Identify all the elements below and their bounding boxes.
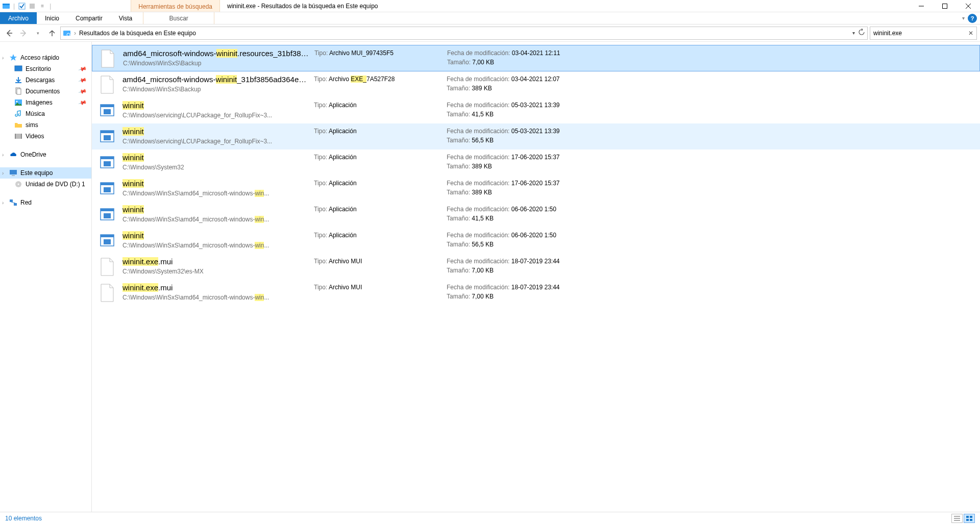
sidebar-label: sims [26,121,38,129]
chevron-right-icon[interactable]: › [2,152,4,158]
sidebar-label: Escritorio [26,65,51,72]
result-modified-date: Fecha de modificación: 06-06-2020 1:50 [447,231,980,240]
result-type: Tipo: Aplicación [314,179,447,188]
search-result-row[interactable]: wininitC:\Windows\servicing\LCU\Package_… [92,123,980,149]
result-path: C:\Windows\WinSxS\Backup [123,60,309,67]
result-type: Tipo: Archivo MUI [314,257,447,266]
dropdown-qat-icon[interactable] [28,2,36,10]
search-result-row[interactable]: wininitC:\Windows\WinSxS\amd64_microsoft… [92,202,980,228]
breadcrumb[interactable]: Resultados de la búsqueda en Este equipo [79,30,849,37]
application-icon [92,205,122,224]
search-result-row[interactable]: amd64_microsoft-windows-wininit_31bf3856… [92,71,980,97]
videos-icon [14,132,22,140]
search-result-row[interactable]: amd64_microsoft-windows-wininit.resource… [92,45,980,71]
sidebar-item-downloads[interactable]: Descargas 📌 [0,74,91,86]
back-button[interactable] [3,27,15,39]
result-modified-date: Fecha de modificación: 06-06-2020 1:50 [447,205,980,214]
qat-separator: | [13,3,15,10]
onedrive-icon [9,151,17,159]
search-result-row[interactable]: wininitC:\Windows\servicing\LCU\Package_… [92,97,980,123]
checkbox-qat-icon[interactable] [18,2,26,10]
qat-overflow-icon[interactable]: ≡ [38,2,46,10]
result-type: Tipo: Aplicación [314,127,447,136]
sidebar-item-dvd[interactable]: Unidad de DVD (D:) 1 [0,179,91,190]
address-dropdown-icon[interactable]: ▾ [852,30,855,36]
tab-search[interactable]: Buscar [143,12,214,24]
result-path: C:\Windows\WinSxS\amd64_microsoft-window… [122,242,309,249]
close-button[interactable] [957,0,980,12]
sidebar-item-network[interactable]: › Red [0,197,91,208]
sidebar-item-videos[interactable]: Videos [0,131,91,142]
search-clear-icon[interactable]: ✕ [968,30,973,37]
pin-icon: 📌 [78,87,88,96]
disc-icon [14,180,22,188]
view-large-icons-button[interactable] [964,514,975,523]
sidebar-item-desktop[interactable]: Escritorio 📌 [0,63,91,74]
sidebar-item-onedrive[interactable]: › OneDrive [0,149,91,160]
sidebar-label: Descargas [26,77,55,84]
up-button[interactable] [46,27,58,39]
result-size: Tamaño: 41,5 KB [447,214,980,223]
sidebar-item-music[interactable]: Música [0,108,91,119]
result-size: Tamaño: 7,00 KB [447,58,979,67]
sidebar-item-quick-access[interactable]: › Acceso rápido [0,52,91,63]
result-type: Tipo: Archivo EXE_7A527F28 [314,74,447,84]
chevron-right-icon[interactable]: › [2,55,4,61]
result-type: Tipo: Archivo MUI [314,283,447,292]
sidebar-item-this-pc[interactable]: › Este equipo [0,167,91,179]
chevron-right-icon[interactable]: › [2,170,4,176]
sidebar-item-pictures[interactable]: Imágenes 📌 [0,97,91,108]
tab-view[interactable]: Vista [111,12,140,24]
search-input[interactable] [873,30,968,37]
result-modified-date: Fecha de modificación: 05-03-2021 13:39 [447,127,980,136]
search-result-row[interactable]: wininitC:\Windows\WinSxS\amd64_microsoft… [92,176,980,202]
search-result-row[interactable]: wininit.exe.muiC:\Windows\System32\es-MX… [92,254,980,280]
tab-home[interactable]: Inicio [37,12,67,24]
search-result-row[interactable]: wininitC:\Windows\WinSxS\amd64_microsoft… [92,228,980,254]
application-icon [92,231,122,250]
result-path: C:\Windows\servicing\LCU\Package_for_Rol… [122,112,309,119]
file-icon [92,257,122,276]
search-result-row[interactable]: wininitC:\Windows\System32Tipo: Aplicaci… [92,149,980,176]
sidebar-label: Videos [26,133,44,140]
recent-dropdown-icon[interactable]: ▾ [32,27,44,39]
sidebar-label: Imágenes [26,99,53,106]
search-result-row[interactable]: wininit.exe.muiC:\Windows\WinSxS\amd64_m… [92,280,980,306]
result-filename: wininit.exe.mui [122,283,309,293]
status-bar: 10 elementos [0,512,980,524]
documents-icon [14,87,22,95]
ribbon-expand-icon[interactable]: ▾ [962,15,965,21]
svg-line-29 [11,202,15,203]
chevron-right-icon[interactable]: › [2,200,4,206]
result-filename: amd64_microsoft-windows-wininit_31bf3856… [122,74,309,85]
result-modified-date: Fecha de modificación: 03-04-2021 12:11 [447,48,979,58]
result-type: Tipo: Aplicación [314,231,447,240]
forward-button[interactable] [17,27,30,39]
result-size: Tamaño: 389 KB [447,84,980,93]
address-bar[interactable]: › Resultados de la búsqueda en Este equi… [60,27,868,40]
svg-rect-36 [970,519,972,521]
view-details-button[interactable] [951,514,963,523]
result-modified-date: Fecha de modificación: 05-03-2021 13:39 [447,101,980,110]
quick-access-toolbar: | ≡ | [0,2,54,10]
svg-point-19 [16,101,18,103]
search-box[interactable]: ✕ [870,27,977,40]
refresh-icon[interactable] [858,29,865,37]
application-icon [92,127,122,146]
svg-rect-22 [21,134,22,139]
result-path: C:\Windows\WinSxS\Backup [122,86,309,93]
pin-icon: 📌 [78,98,88,107]
result-filename: wininit [122,231,309,241]
help-icon[interactable]: ? [968,14,977,23]
sidebar-label: Red [20,199,32,206]
sidebar-item-sims[interactable]: sims [0,119,91,131]
tab-share[interactable]: Compartir [67,12,111,24]
maximize-button[interactable] [933,0,957,12]
result-modified-date: Fecha de modificación: 03-04-2021 12:07 [447,74,980,84]
result-modified-date: Fecha de modificación: 17-06-2020 15:37 [447,153,980,162]
tab-file[interactable]: Archivo [0,12,37,24]
result-path: C:\Windows\servicing\LCU\Package_for_Rol… [122,138,309,145]
sidebar-item-documents[interactable]: Documentos 📌 [0,86,91,97]
minimize-button[interactable] [910,0,933,12]
result-filename: amd64_microsoft-windows-wininit.resource… [123,48,309,59]
